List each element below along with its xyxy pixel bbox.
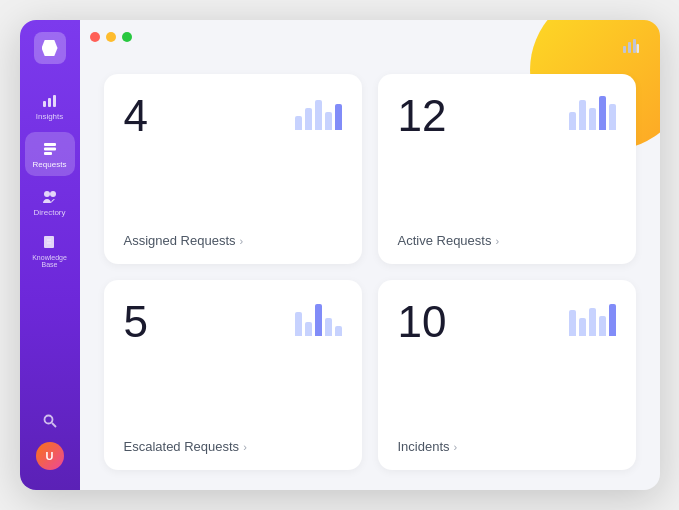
bar-1 bbox=[569, 112, 576, 130]
knowledge-label: KnowledgeBase bbox=[32, 254, 67, 268]
avatar[interactable]: U bbox=[36, 442, 64, 470]
minimize-button[interactable] bbox=[106, 32, 116, 42]
search-icon[interactable] bbox=[41, 412, 59, 430]
svg-point-10 bbox=[44, 416, 52, 424]
svg-rect-4 bbox=[44, 147, 56, 150]
insights-label: Insights bbox=[36, 113, 64, 121]
bar-5 bbox=[609, 104, 616, 130]
assigned-requests-number: 4 bbox=[124, 94, 148, 138]
assigned-requests-card[interactable]: 4 Assigned Requests › bbox=[104, 74, 362, 264]
bar-1 bbox=[295, 312, 302, 336]
sidebar: Insights Requests bbox=[20, 20, 80, 490]
directory-icon bbox=[41, 188, 59, 206]
svg-rect-14 bbox=[633, 39, 636, 53]
requests-label: Requests bbox=[33, 161, 67, 169]
escalated-requests-chevron: › bbox=[243, 441, 247, 453]
bar-4 bbox=[599, 316, 606, 336]
bar-2 bbox=[579, 100, 586, 130]
stats-bar-icon bbox=[622, 36, 640, 58]
requests-icon bbox=[41, 140, 59, 158]
escalated-requests-label: Escalated Requests bbox=[124, 439, 240, 454]
insights-icon bbox=[41, 92, 59, 110]
svg-point-7 bbox=[50, 191, 56, 197]
bar-3 bbox=[589, 308, 596, 336]
bar-2 bbox=[579, 318, 586, 336]
incidents-card[interactable]: 10 Incidents › bbox=[378, 280, 636, 470]
bar-3 bbox=[315, 100, 322, 130]
bar-3 bbox=[589, 108, 596, 130]
assigned-requests-label: Assigned Requests bbox=[124, 233, 236, 248]
sidebar-item-requests[interactable]: Requests bbox=[25, 132, 75, 176]
svg-point-6 bbox=[44, 191, 50, 197]
cards-grid: 4 Assigned Requests › 12 bbox=[104, 74, 636, 470]
svg-rect-12 bbox=[623, 46, 626, 53]
maximize-button[interactable] bbox=[122, 32, 132, 42]
bar-1 bbox=[569, 310, 576, 336]
bar-5-accent bbox=[335, 104, 342, 130]
bar-2 bbox=[305, 322, 312, 336]
app-window: Insights Requests bbox=[20, 20, 660, 490]
incidents-footer: Incidents › bbox=[398, 439, 616, 454]
bar-5-accent bbox=[609, 304, 616, 336]
active-requests-chevron: › bbox=[495, 235, 499, 247]
svg-rect-5 bbox=[44, 152, 52, 155]
directory-label: Directory bbox=[33, 209, 65, 217]
sidebar-item-directory[interactable]: Directory bbox=[25, 180, 75, 224]
app-logo[interactable] bbox=[34, 32, 66, 64]
card-top: 12 bbox=[398, 94, 616, 138]
active-requests-card[interactable]: 12 Active Requests › bbox=[378, 74, 636, 264]
svg-rect-1 bbox=[48, 98, 51, 107]
incidents-chart bbox=[569, 300, 616, 336]
close-button[interactable] bbox=[90, 32, 100, 42]
incidents-label: Incidents bbox=[398, 439, 450, 454]
svg-rect-15 bbox=[636, 44, 639, 53]
bar-1 bbox=[295, 116, 302, 130]
active-requests-footer: Active Requests › bbox=[398, 233, 616, 248]
assigned-requests-chevron: › bbox=[240, 235, 244, 247]
active-requests-chart bbox=[569, 94, 616, 130]
incidents-number: 10 bbox=[398, 300, 447, 344]
sidebar-item-knowledge[interactable]: KnowledgeBase bbox=[25, 228, 75, 272]
logo-icon bbox=[42, 40, 58, 56]
svg-rect-13 bbox=[628, 42, 631, 53]
svg-line-11 bbox=[52, 423, 56, 427]
sidebar-bottom: U bbox=[36, 412, 64, 478]
bar-3-accent bbox=[315, 304, 322, 336]
knowledge-icon bbox=[41, 233, 59, 251]
sidebar-item-insights[interactable]: Insights bbox=[25, 84, 75, 128]
svg-rect-2 bbox=[53, 95, 56, 107]
active-requests-number: 12 bbox=[398, 94, 447, 138]
escalated-requests-footer: Escalated Requests › bbox=[124, 439, 342, 454]
svg-rect-3 bbox=[44, 143, 56, 146]
sidebar-nav: Insights Requests bbox=[25, 84, 75, 412]
assigned-requests-footer: Assigned Requests › bbox=[124, 233, 342, 248]
escalated-requests-chart bbox=[295, 300, 342, 336]
card-top: 5 bbox=[124, 300, 342, 344]
escalated-requests-card[interactable]: 5 Escalated Requests › bbox=[104, 280, 362, 470]
assigned-requests-chart bbox=[295, 94, 342, 130]
bar-4 bbox=[325, 112, 332, 130]
card-top: 4 bbox=[124, 94, 342, 138]
bar-2 bbox=[305, 108, 312, 130]
incidents-chevron: › bbox=[454, 441, 458, 453]
card-top: 10 bbox=[398, 300, 616, 344]
bar-4 bbox=[325, 318, 332, 336]
main-content: 4 Assigned Requests › 12 bbox=[80, 20, 660, 490]
active-requests-label: Active Requests bbox=[398, 233, 492, 248]
escalated-requests-number: 5 bbox=[124, 300, 148, 344]
svg-rect-0 bbox=[43, 101, 46, 107]
traffic-lights bbox=[90, 32, 132, 42]
bar-5 bbox=[335, 326, 342, 336]
bar-4-accent bbox=[599, 96, 606, 130]
